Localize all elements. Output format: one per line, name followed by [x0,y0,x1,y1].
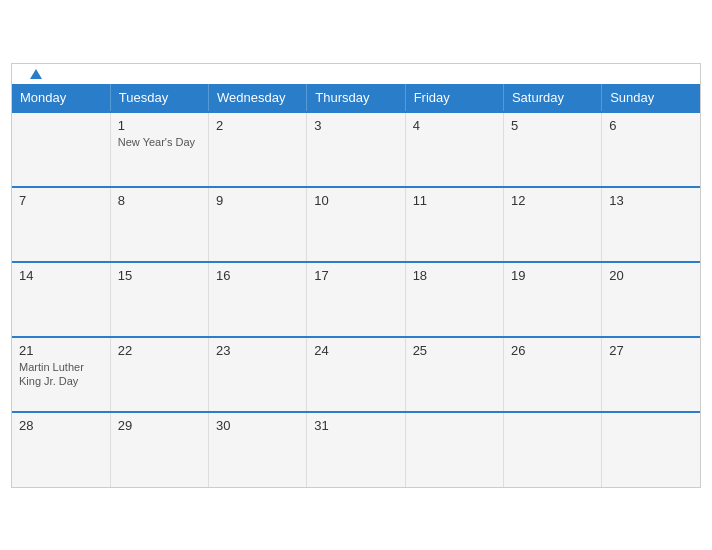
weekday-header-thursday: Thursday [307,84,405,112]
day-number: 4 [413,118,496,133]
day-number: 2 [216,118,299,133]
calendar-week-row: 28293031 [12,412,700,487]
weekday-header-sunday: Sunday [602,84,700,112]
logo [28,69,42,79]
calendar-cell: 28 [12,412,110,487]
day-number: 3 [314,118,397,133]
day-number: 12 [511,193,594,208]
day-number: 6 [609,118,693,133]
day-number: 14 [19,268,103,283]
day-number: 13 [609,193,693,208]
day-number: 1 [118,118,201,133]
calendar-cell: 10 [307,187,405,262]
calendar-cell: 31 [307,412,405,487]
day-number: 18 [413,268,496,283]
calendar-cell [12,112,110,187]
day-number: 29 [118,418,201,433]
holiday-name: Martin Luther King Jr. Day [19,360,103,389]
calendar-cell: 25 [405,337,503,412]
calendar-cell: 22 [110,337,208,412]
day-number: 25 [413,343,496,358]
calendar-container: MondayTuesdayWednesdayThursdayFridaySatu… [11,63,701,488]
day-number: 31 [314,418,397,433]
calendar-cell [602,412,700,487]
calendar-cell: 19 [503,262,601,337]
calendar-cell: 26 [503,337,601,412]
calendar-cell: 23 [209,337,307,412]
calendar-cell: 3 [307,112,405,187]
calendar-week-row: 1New Year's Day23456 [12,112,700,187]
calendar-cell: 17 [307,262,405,337]
day-number: 10 [314,193,397,208]
calendar-cell: 2 [209,112,307,187]
weekday-header-row: MondayTuesdayWednesdayThursdayFridaySatu… [12,84,700,112]
day-number: 23 [216,343,299,358]
day-number: 16 [216,268,299,283]
calendar-header [12,64,700,84]
calendar-cell: 16 [209,262,307,337]
day-number: 15 [118,268,201,283]
day-number: 27 [609,343,693,358]
calendar-cell: 21Martin Luther King Jr. Day [12,337,110,412]
weekday-header-friday: Friday [405,84,503,112]
day-number: 7 [19,193,103,208]
calendar-cell: 14 [12,262,110,337]
day-number: 21 [19,343,103,358]
calendar-cell: 30 [209,412,307,487]
calendar-cell: 7 [12,187,110,262]
calendar-cell: 8 [110,187,208,262]
weekday-header-saturday: Saturday [503,84,601,112]
logo-triangle-icon [30,69,42,79]
calendar-cell: 12 [503,187,601,262]
calendar-cell: 18 [405,262,503,337]
weekday-header-monday: Monday [12,84,110,112]
weekday-header-tuesday: Tuesday [110,84,208,112]
calendar-cell: 11 [405,187,503,262]
holiday-name: New Year's Day [118,135,201,149]
calendar-cell: 20 [602,262,700,337]
calendar-week-row: 21Martin Luther King Jr. Day222324252627 [12,337,700,412]
calendar-cell: 5 [503,112,601,187]
day-number: 9 [216,193,299,208]
day-number: 24 [314,343,397,358]
weekday-header-wednesday: Wednesday [209,84,307,112]
calendar-cell: 9 [209,187,307,262]
calendar-cell: 13 [602,187,700,262]
calendar-cell [503,412,601,487]
calendar-table: MondayTuesdayWednesdayThursdayFridaySatu… [12,84,700,487]
day-number: 11 [413,193,496,208]
calendar-cell: 24 [307,337,405,412]
day-number: 5 [511,118,594,133]
day-number: 22 [118,343,201,358]
calendar-week-row: 78910111213 [12,187,700,262]
calendar-cell: 1New Year's Day [110,112,208,187]
calendar-cell [405,412,503,487]
day-number: 19 [511,268,594,283]
day-number: 20 [609,268,693,283]
day-number: 28 [19,418,103,433]
calendar-thead: MondayTuesdayWednesdayThursdayFridaySatu… [12,84,700,112]
day-number: 8 [118,193,201,208]
day-number: 26 [511,343,594,358]
day-number: 30 [216,418,299,433]
calendar-week-row: 14151617181920 [12,262,700,337]
calendar-cell: 29 [110,412,208,487]
calendar-body: 1New Year's Day2345678910111213141516171… [12,112,700,487]
calendar-cell: 4 [405,112,503,187]
calendar-cell: 6 [602,112,700,187]
calendar-cell: 27 [602,337,700,412]
calendar-cell: 15 [110,262,208,337]
day-number: 17 [314,268,397,283]
